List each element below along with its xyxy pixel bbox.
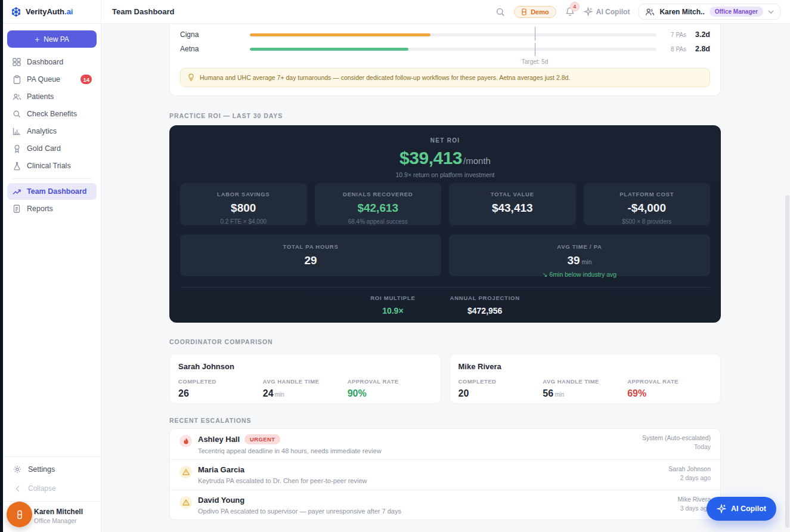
escalation-time: Today (642, 443, 711, 450)
payer-pa-count: 8 PAs (656, 46, 686, 52)
page-title: Team Dashboard (112, 7, 175, 16)
user-menu[interactable]: Karen Mitch.. Office Manager (639, 4, 780, 20)
sidebar-item-analytics[interactable]: Analytics (7, 123, 97, 140)
verityauth-logo-icon (11, 7, 21, 17)
plus-icon: + (35, 35, 39, 44)
turnaround-bar-fill (250, 33, 430, 36)
net-roi-value: $39,413 (399, 148, 462, 168)
notifications-button[interactable]: 4 (565, 7, 575, 17)
recent-escalations-card: Ashley Hall URGENT Tecentriq appeal dead… (169, 428, 721, 520)
sparkle-icon (717, 504, 726, 514)
payer-name: Aetna (180, 45, 250, 53)
demo-icon (521, 8, 527, 16)
approval-rate: 90% (348, 388, 432, 399)
escalation-row[interactable]: Maria Garcia Keytruda PA escalated to Dr… (170, 459, 720, 490)
sidebar-item-settings[interactable]: Settings (3, 460, 101, 478)
insight-banner: Humana and UHC average 7+ day turnaround… (180, 68, 710, 87)
file-icon (12, 205, 21, 213)
grid-icon (12, 58, 21, 66)
approval-rate: 69% (627, 388, 712, 399)
net-roi-suffix: /month (463, 156, 491, 166)
coordinator-section-title: COORDINATOR COMPARISON (169, 338, 273, 345)
sidebar-footer-divider (3, 456, 101, 457)
payer-row-cigna: Cigna 7 PAs 3.2d (180, 29, 710, 41)
target-label: Target: 5d (522, 58, 548, 65)
gear-icon (13, 465, 22, 474)
sidebar-item-check-benefits[interactable]: Check Benefits (7, 106, 97, 122)
avg-handle-time: 24min (263, 388, 348, 399)
sidebar-item-gold-card[interactable]: Gold Card (7, 140, 97, 157)
sidebar-item-dashboard[interactable]: Dashboard (7, 54, 97, 70)
payer-row-aetna: Aetna 8 PAs 2.8d (180, 43, 710, 55)
sidebar-item-patients[interactable]: Patients (7, 88, 97, 105)
chevron-left-icon (13, 485, 22, 492)
escalated-by: System (Auto-escalated) (642, 434, 711, 441)
flame-icon (179, 435, 192, 447)
sidebar-item-clinical-trials[interactable]: Clinical Trials (7, 157, 97, 174)
practice-roi-card: NET ROI $39,413 /month 10.9× return on p… (169, 125, 721, 323)
sidebar-divider (12, 178, 92, 179)
escalation-time: 2 days ago (668, 474, 711, 481)
ai-copilot-header-button[interactable]: AI Copilot (584, 7, 630, 16)
escalation-description: Opdivo PA escalated to supervisor — paye… (198, 508, 401, 515)
sidebar-item-pa-queue[interactable]: PA Queue 14 (7, 71, 97, 88)
trend-up-icon (12, 188, 21, 195)
new-pa-button[interactable]: + New PA (7, 30, 97, 48)
turnaround-bar-track (250, 33, 656, 36)
main-content: Cigna 7 PAs 3.2d Aetna 8 PAs 2.8d Target… (101, 24, 790, 532)
escalation-row[interactable]: David Young Opdivo PA escalated to super… (170, 490, 720, 520)
escalation-patient-name: Maria Garcia (198, 465, 244, 474)
pa-queue-count-badge: 14 (80, 75, 92, 84)
bar-chart-icon (12, 127, 21, 135)
coordinator-card-sarah-johnson: Sarah Johnson COMPLETED 26 AVG HANDLE TI… (169, 354, 441, 404)
escalations-section-title: RECENT ESCALATIONS (169, 417, 252, 424)
brand-logo[interactable]: VerityAuth.ai (3, 0, 101, 23)
completed-count: 26 (178, 388, 263, 399)
turnaround-bar-track (250, 48, 656, 51)
urgent-badge: URGENT (244, 434, 280, 444)
payer-days-value: 3.2d (686, 30, 710, 39)
search-icon[interactable] (495, 7, 505, 17)
clipboard-icon (12, 75, 21, 84)
demo-icon (16, 510, 23, 519)
escalation-row[interactable]: Ashley Hall URGENT Tecentriq appeal dead… (170, 429, 720, 459)
warning-icon (179, 466, 192, 478)
roi-multiple: ROI MULTIPLE 10.9× (370, 295, 415, 316)
coordinator-card-mike-rivera: Mike Rivera COMPLETED 20 AVG HANDLE TIME… (450, 354, 721, 404)
collapse-sidebar-button[interactable]: Collapse (3, 481, 101, 496)
chevron-down-icon (768, 10, 774, 14)
escalation-time: 3 days ago (678, 505, 711, 512)
sidebar: + New PA Dashboard PA Queue 14 Patients … (3, 24, 101, 532)
escalation-patient-name: Ashley Hall (198, 435, 240, 444)
sidebar-item-reports[interactable]: Reports (7, 200, 97, 217)
avg-handle-time: 56min (543, 388, 627, 399)
user-name: Karen Mitch.. (659, 8, 704, 16)
insight-text: Humana and UHC average 7+ day turnaround… (200, 74, 570, 81)
escalated-by: Sarah Johnson (668, 465, 711, 472)
brand-name: VerityAuth.ai (26, 7, 73, 16)
net-roi-label: NET ROI (169, 137, 721, 144)
users-icon (12, 93, 21, 101)
target-line (535, 43, 535, 56)
warning-icon (179, 496, 192, 509)
roi-section-title: PRACTICE ROI — LAST 30 DAYS (169, 112, 283, 119)
ai-copilot-floating-button[interactable]: AI Copilot (707, 497, 776, 521)
demo-badge[interactable]: Demo (514, 6, 556, 18)
sidebar-item-team-dashboard[interactable]: Team Dashboard (7, 183, 97, 200)
stat-labor-savings: LABOR SAVINGS $800 0.2 FTE × $4,000 (180, 183, 307, 225)
payer-pa-count: 7 PAs (656, 32, 686, 38)
users-icon (645, 8, 655, 16)
lightbulb-icon (188, 73, 194, 82)
completed-count: 20 (458, 388, 543, 399)
payer-name: Cigna (180, 30, 250, 39)
turnaround-bar-fill (250, 48, 408, 51)
target-line (535, 27, 535, 41)
demo-mode-floating-button[interactable] (7, 502, 32, 527)
vertical-scrollbar[interactable] (785, 195, 789, 528)
stat-platform-cost: PLATFORM COST -$4,000 $500 × 8 providers (584, 183, 711, 225)
stat-total-pa-hours: TOTAL PA HOURS 29 (180, 234, 441, 276)
sparkle-icon (584, 7, 593, 16)
escalation-description: Tecentriq appeal deadline in 48 hours, n… (198, 447, 382, 454)
search-icon (12, 110, 21, 118)
payer-days-value: 2.8d (686, 45, 710, 53)
